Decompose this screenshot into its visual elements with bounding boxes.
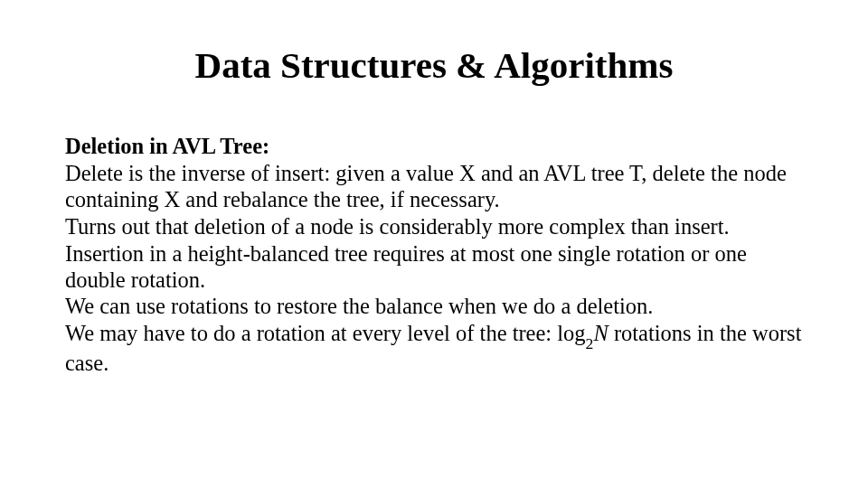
paragraph-1: Delete is the inverse of insert: given a… [65, 161, 805, 213]
paragraph-5: We may have to do a rotation at every le… [65, 321, 805, 377]
slide: Data Structures & Algorithms Deletion in… [0, 0, 868, 488]
p5-italic: N [593, 321, 613, 345]
paragraph-2: Turns out that deletion of a node is con… [65, 214, 805, 240]
slide-title: Data Structures & Algorithms [0, 43, 868, 87]
p5-subscript: 2 [586, 334, 594, 352]
slide-body: Deletion in AVL Tree: Delete is the inve… [65, 134, 805, 378]
paragraph-3: Insertion in a height-balanced tree requ… [65, 241, 805, 294]
paragraph-4: We can use rotations to restore the bala… [65, 294, 805, 320]
p5-prefix: We may have to do a rotation at every le… [65, 321, 586, 345]
section-subheading: Deletion in AVL Tree: [65, 134, 805, 160]
